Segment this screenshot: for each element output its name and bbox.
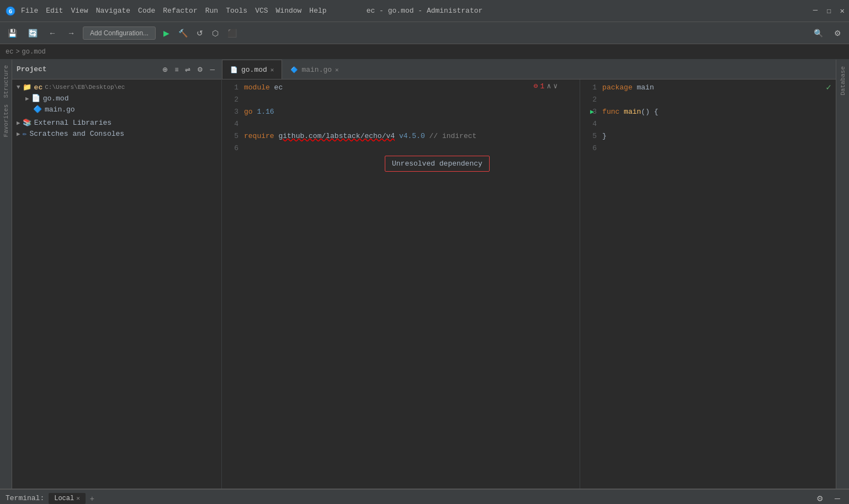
gomod-line-4	[244, 118, 580, 130]
stop-button[interactable]: ⬛	[224, 26, 240, 40]
tree-item-ec[interactable]: ▼ 📁 ec C:\Users\EB\Desktop\ec	[12, 82, 221, 93]
tree-item-maingo[interactable]: 🔷 main.go	[21, 104, 221, 115]
tree-item-gomod[interactable]: ▶ 📄 go.mod	[21, 93, 221, 104]
tree-label-maingo: main.go	[45, 105, 75, 114]
tab-close-gomod[interactable]: ✕	[270, 66, 274, 73]
search-button[interactable]: 🔍	[810, 26, 826, 40]
save-all-button[interactable]: 💾	[4, 26, 20, 40]
terminal-add-tab-button[interactable]: +	[90, 494, 94, 503]
terminal-minimize-button[interactable]: ─	[831, 492, 843, 505]
maingo-line-6	[602, 142, 836, 155]
sidebar-close-button[interactable]: ─	[208, 65, 217, 75]
gomod-line-numbers: 1 2 3 4 5 6	[222, 79, 242, 155]
nav-forward-button[interactable]: →	[64, 26, 78, 40]
build-button[interactable]: 🔨	[175, 26, 191, 40]
menu-run[interactable]: Run	[205, 7, 218, 15]
expand-arrow-external: ▶	[17, 119, 20, 126]
gomod-line-1: module ec	[244, 82, 580, 94]
breadcrumb-ec[interactable]: ec	[6, 48, 13, 56]
main-area: Structure Favorites Project ⊕ ≡ ⇌ ⚙ ─ ▼ …	[0, 60, 849, 489]
debug-button[interactable]: ⬡	[209, 26, 222, 40]
folder-icon-ec: 📁	[23, 83, 31, 92]
maingo-code[interactable]: package main ▶ func main() { }	[602, 82, 836, 155]
tree-path-ec: C:\Users\EB\Desktop\ec	[45, 84, 125, 91]
maingo-line-1: package main	[602, 82, 836, 94]
expand-arrow-gomod: ▶	[25, 95, 29, 102]
menu-refactor[interactable]: Refactor	[163, 7, 197, 15]
sync-button[interactable]: 🔄	[25, 26, 41, 40]
tree-item-scratches[interactable]: ▶ ✏️ Scratches and Consoles	[12, 128, 221, 139]
editors-split: ⊖ 1 ∧ ∨ 1 2 3 4 5 6 module ec	[222, 79, 836, 489]
tab-icon-gomod: 📄	[230, 66, 238, 73]
tab-close-maingo[interactable]: ✕	[335, 66, 339, 73]
left-panel: Structure Favorites	[0, 60, 12, 489]
collapse-arrow-ec: ▼	[17, 84, 20, 91]
file-icon-maingo: 🔷	[33, 105, 42, 114]
close-button[interactable]: ✕	[840, 6, 845, 15]
locate-button[interactable]: ⊕	[160, 65, 170, 75]
menu-navigate[interactable]: Navigate	[96, 7, 130, 15]
sidebar-settings-button[interactable]: ⚙	[195, 65, 205, 75]
menu-vcs[interactable]: VCS	[255, 7, 268, 15]
run-button[interactable]: ▶	[160, 26, 173, 40]
menu-view[interactable]: View	[71, 7, 88, 15]
sidebar-title: Project	[17, 65, 157, 73]
tab-label-gomod: go.mod	[241, 66, 267, 74]
maingo-line-2	[602, 94, 836, 106]
maximize-button[interactable]: ☐	[826, 6, 831, 15]
breadcrumb-gomod[interactable]: go.mod	[22, 48, 46, 56]
svg-text:G: G	[9, 9, 12, 15]
menu-help[interactable]: Help	[309, 7, 326, 15]
editor-area: 📄 go.mod ✕ 🔷 main.go ✕ ⊖ 1 ∧ ∨	[222, 60, 836, 489]
maingo-editor[interactable]: ✓ 1 2 3 4 5 6 package main ▶ fu	[580, 79, 836, 489]
expand-arrow-scratches: ▶	[17, 130, 20, 137]
database-tab[interactable]: Database	[837, 62, 848, 100]
menu-code[interactable]: Code	[138, 7, 155, 15]
terminal-local-tab[interactable]: Local ✕	[49, 493, 86, 504]
gomod-code[interactable]: module ec go 1.16 require github.com/lab…	[244, 82, 580, 155]
run-buttons: ▶ 🔨 ↺ ⬡ ⬛	[160, 26, 240, 40]
terminal-area: Terminal: Local ✕ + ⚙ ─ EB@DESKTOP-K45IA…	[0, 489, 849, 504]
gomod-line-6	[244, 142, 580, 155]
nav-down-icon[interactable]: ∨	[553, 82, 558, 91]
gomod-line-3: go 1.16	[244, 106, 580, 118]
breadcrumb-sep1: >	[15, 48, 19, 56]
nav-back-button[interactable]: ←	[45, 26, 60, 40]
tree-label-ec: ec	[34, 83, 43, 92]
tree-item-external-libs[interactable]: ▶ 📚 External Libraries	[12, 117, 221, 128]
terminal-settings-button[interactable]: ⚙	[813, 492, 827, 505]
reload-button[interactable]: ↺	[193, 26, 206, 40]
tab-gomod[interactable]: 📄 go.mod ✕	[222, 60, 282, 79]
terminal-tab-close[interactable]: ✕	[76, 495, 80, 502]
add-configuration-button[interactable]: Add Configuration...	[83, 26, 156, 40]
settings-button[interactable]: ⚙	[831, 26, 845, 40]
gomod-line-2	[244, 94, 580, 106]
tab-icon-maingo: 🔷	[290, 66, 298, 73]
error-indicator: ⊖ 1 ∧ ∨	[534, 82, 558, 91]
window-title: ec - go.mod - Administrator	[367, 7, 483, 15]
terminal-title-label: Terminal:	[6, 494, 44, 502]
menu-file[interactable]: File	[21, 7, 38, 15]
maingo-line-4	[602, 118, 836, 130]
expand-all-button[interactable]: ≡	[172, 65, 181, 75]
menu-edit[interactable]: Edit	[46, 7, 63, 15]
error-count: 1	[540, 82, 545, 91]
structure-tab[interactable]: Structure	[1, 62, 11, 101]
tree-label-scratches: Scratches and Consoles	[29, 130, 124, 138]
nav-up-icon[interactable]: ∧	[546, 82, 551, 91]
gomod-line-5: require github.com/labstack/echo/v4 v4.5…	[244, 130, 580, 142]
editor-tabs: 📄 go.mod ✕ 🔷 main.go ✕	[222, 60, 836, 79]
favorites-tab[interactable]: Favorites	[1, 101, 11, 140]
menu-tools[interactable]: Tools	[226, 7, 247, 15]
right-panel: Database	[836, 60, 849, 489]
maingo-line-5: }	[602, 130, 836, 142]
tab-maingo[interactable]: 🔷 main.go ✕	[282, 60, 347, 79]
gomod-editor[interactable]: ⊖ 1 ∧ ∨ 1 2 3 4 5 6 module ec	[222, 79, 580, 489]
menu-window[interactable]: Window	[276, 7, 302, 15]
run-gutter-icon[interactable]: ▶	[590, 106, 594, 118]
minimize-button[interactable]: ─	[813, 6, 818, 15]
collapse-all-button[interactable]: ⇌	[183, 65, 193, 75]
breadcrumb: ec > go.mod	[0, 44, 849, 60]
window-controls[interactable]: ─ ☐ ✕	[813, 6, 845, 15]
tree-label-external-libs: External Libraries	[34, 119, 112, 127]
